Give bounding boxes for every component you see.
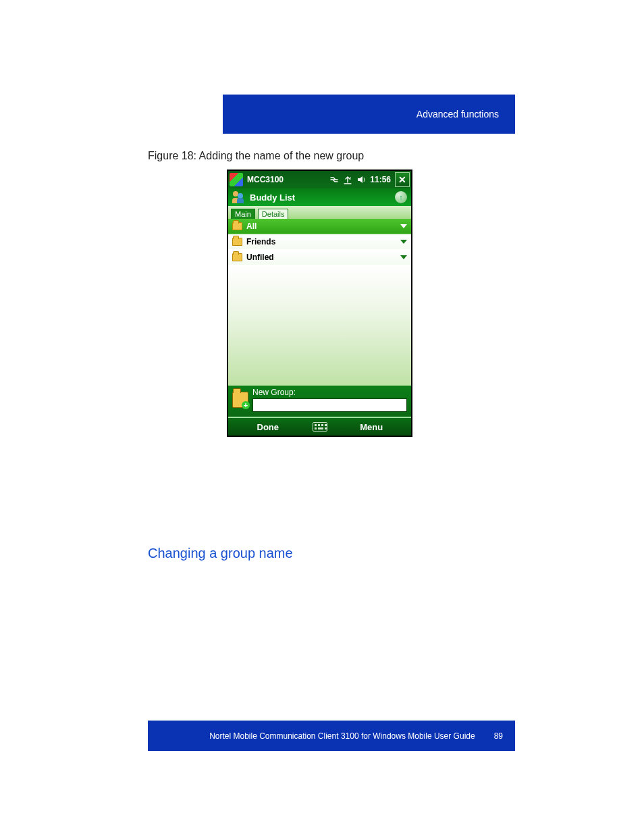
group-label: All [246, 221, 257, 231]
softkey-done[interactable]: Done [228, 422, 308, 432]
screen-title: Buddy List [250, 192, 295, 203]
softkey-bar: Done Menu [228, 417, 411, 436]
group-row-unfiled[interactable]: Unfiled [228, 250, 411, 265]
keyboard-icon [313, 422, 327, 432]
page-header-text: Advanced functions [417, 109, 499, 120]
group-label: Unfiled [246, 253, 274, 262]
folder-icon [232, 222, 242, 230]
new-folder-icon [232, 392, 248, 408]
chevron-down-icon [400, 240, 407, 244]
signal-icon[interactable]: ! [343, 175, 352, 184]
page-header-bar: Advanced functions [223, 95, 515, 134]
list-body-empty [228, 265, 411, 386]
screen-subheader: Buddy List ↑ [228, 188, 411, 206]
tab-main[interactable]: Main [231, 209, 255, 219]
chevron-down-icon [400, 224, 407, 228]
group-label: Friends [246, 237, 275, 246]
group-row-friends[interactable]: Friends [228, 234, 411, 250]
connectivity-icon[interactable] [329, 175, 339, 184]
folder-icon [232, 238, 242, 246]
new-group-bar: New Group: [228, 386, 411, 417]
device-screenshot: MCC3100 ! 11:56 ✕ Buddy List ↑ Main Deta… [227, 170, 412, 437]
buddies-icon [232, 191, 246, 203]
new-group-label: New Group: [252, 388, 407, 397]
new-group-input[interactable] [252, 398, 407, 412]
scroll-up-button[interactable]: ↑ [395, 191, 407, 203]
window-titlebar: MCC3100 ! 11:56 ✕ [228, 171, 411, 188]
section-heading: Changing a group name [148, 546, 293, 561]
tabs-row: Main Details [228, 206, 411, 219]
app-title: MCC3100 [247, 175, 284, 184]
footer-text: Nortel Mobile Communication Client 3100 … [209, 731, 475, 741]
softkey-keyboard[interactable] [308, 422, 332, 432]
softkey-menu[interactable]: Menu [332, 422, 412, 432]
page-number: 89 [494, 731, 503, 741]
svg-text:!: ! [350, 176, 351, 180]
folder-icon [232, 253, 242, 261]
start-flag-icon[interactable] [230, 173, 243, 186]
chevron-down-icon [400, 255, 407, 259]
volume-icon[interactable] [356, 175, 366, 184]
tab-details[interactable]: Details [258, 209, 289, 219]
page-footer-bar: Nortel Mobile Communication Client 3100 … [148, 721, 515, 751]
clock-time[interactable]: 11:56 [370, 175, 391, 184]
close-button[interactable]: ✕ [395, 172, 410, 187]
group-row-all[interactable]: All [228, 219, 411, 234]
figure-caption: Figure 18: Adding the name of the new gr… [148, 150, 364, 162]
